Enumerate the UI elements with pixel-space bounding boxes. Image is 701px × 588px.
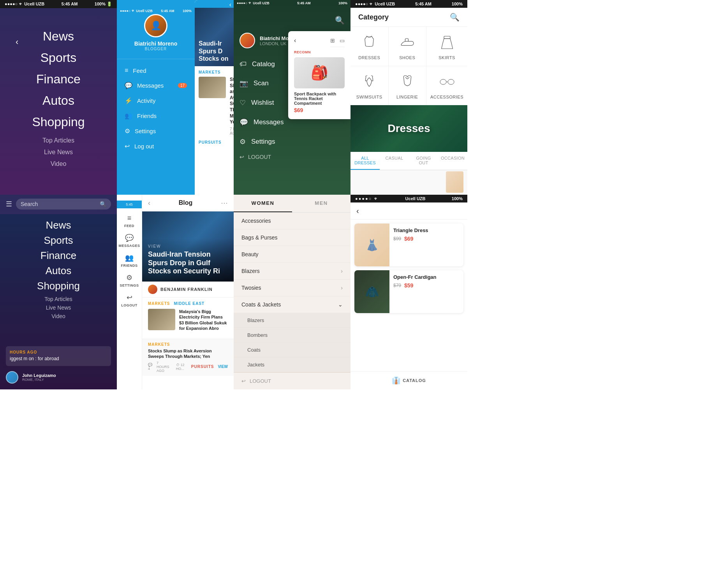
menu-settings-3[interactable]: ⚙ Settings (240, 134, 345, 150)
nav-finance-5[interactable]: Finance (41, 250, 77, 262)
cat-blazers[interactable]: Blazers › (234, 263, 350, 280)
cat-shoes[interactable]: SHOES (389, 27, 426, 66)
sub-live-news-5[interactable]: Live News (46, 305, 71, 311)
status-bar-2: ●●●●○ ᯤ Ucell UZB 5:45 AM 100% (117, 8, 195, 14)
settings-icon: ⚙ (125, 127, 130, 135)
nav-feed[interactable]: ≡ Feed (117, 63, 195, 78)
nav-news-5[interactable]: News (46, 219, 71, 231)
sub-cat-blazers[interactable]: Blazers (234, 313, 350, 328)
nav-settings[interactable]: ⚙ Settings (117, 123, 195, 139)
sub-cat-jackets[interactable]: Jackets (234, 357, 350, 372)
feed-label: Feed (133, 67, 146, 74)
article-title: Stocks Slump as Risk Aversion Sweeps Thr… (230, 77, 234, 125)
nav-sports[interactable]: Sports (41, 51, 76, 65)
status-time-2: 5:45 AM (161, 9, 174, 13)
sub-video-5[interactable]: Video (51, 313, 65, 319)
cat-markets: MARKETS (148, 301, 170, 306)
blog-options-icon[interactable]: ⋯ (221, 199, 228, 207)
nav-sports-5[interactable]: Sports (44, 234, 73, 246)
main-nav-5: News Sports Finance Autos Shopping (8, 219, 109, 292)
status-bar-3: ●●●●○ ᯤ Ucell UZB 5:45 AM 100% (234, 0, 350, 6)
back-button-8[interactable]: ‹ (356, 206, 359, 215)
panel-close-button[interactable]: ‹ (229, 1, 231, 7)
article-item[interactable]: Stocks Slump as Risk Aversion Sweeps Thr… (199, 77, 230, 136)
sub-cat-bombers[interactable]: Bombers (234, 328, 350, 343)
cat-accessories[interactable]: ACCESSORIES (426, 66, 467, 105)
sub-nav-live-news[interactable]: Live News (44, 149, 73, 156)
nav-autos-5[interactable]: Autos (46, 265, 72, 277)
tab-logout-6[interactable]: ↩ LOGOUT (121, 293, 137, 307)
tab-all-dresses[interactable]: ALL DRESSES (350, 152, 380, 170)
content-overlay: News Sports Finance Autos Shopping Top A… (0, 213, 117, 389)
grid-view-icon[interactable]: ⊞ (330, 37, 335, 44)
cat-lingerie[interactable]: LINGERIE (389, 66, 426, 105)
sub-nav-video[interactable]: Video (51, 160, 67, 167)
search-bar[interactable]: Search 🔍 (16, 199, 111, 209)
logout-label-3: LOGOUT (248, 154, 271, 160)
cat-swimsuits[interactable]: SWIMSUITS (350, 66, 388, 105)
article-time: 7 HOURS AG (230, 127, 234, 136)
sub-nav-top-articles[interactable]: Top Articles (42, 137, 74, 144)
bottom-meta-row: 💬 4 7 HOURS AGO ⏱ 12 HO... PURSUITS VIEW (148, 361, 228, 373)
cat-accessories-7[interactable]: Accessories (234, 213, 350, 229)
cat-coats-jackets[interactable]: Coats & Jackets ⌄ (234, 296, 350, 313)
back-button[interactable]: ‹ (16, 37, 18, 47)
nav-activity[interactable]: ⚡ Activity (117, 93, 195, 108)
cat-dresses[interactable]: DRESSES (350, 27, 388, 66)
nav-finance[interactable]: Finance (36, 72, 81, 86)
product-preview (350, 170, 467, 194)
logout-row[interactable]: ↩ LOGOUT (234, 372, 350, 389)
svg-rect-0 (444, 36, 450, 39)
status-carrier-8: Ucell UZB (405, 196, 426, 201)
sub-cat-name-jackets: Jackets (247, 362, 264, 368)
cat-twosies[interactable]: Twosies › (234, 280, 350, 296)
blog-back-button[interactable]: ‹ (148, 199, 150, 207)
product-back-icon[interactable]: ‹ (294, 37, 296, 44)
search-icon[interactable]: 🔍 (335, 16, 345, 25)
tab-occasion[interactable]: OCCASION (438, 152, 467, 170)
product-card-triangle-dress[interactable]: 👗 Triangle Dress $99 $69 (354, 224, 463, 266)
cat-skirts[interactable]: SKIRTS (426, 27, 467, 66)
sidebar: ●●●●○ ᯤ Ucell UZB 5:45 AM 100% 👤 Biatric… (117, 0, 195, 195)
hero-label: Dresses (388, 122, 430, 135)
article-row[interactable]: Malaysia's Bigg Electricity Firm Plans $… (148, 309, 228, 331)
sub-top-articles-5[interactable]: Top Articles (44, 296, 72, 302)
status-time-4: 5:45 AM (415, 2, 432, 6)
activity-icon: ⚡ (125, 97, 132, 104)
nav-shopping[interactable]: Shopping (32, 115, 85, 129)
cat-name-bags: Bags & Purses (241, 234, 343, 241)
hero-title: Saudi-Ir Spurs D Stocks on (199, 40, 230, 62)
hamburger-icon[interactable]: ☰ (6, 200, 12, 208)
nav-messages[interactable]: 💬 Messages 17 (117, 78, 195, 93)
logout-icon-7: ↩ (241, 378, 246, 384)
messages-label-3: Messages (254, 118, 284, 126)
list-view-icon[interactable]: ▭ (340, 37, 345, 44)
view-link[interactable]: VIEW (218, 364, 228, 369)
store-search-button[interactable]: 🔍 (450, 12, 460, 22)
price-row-cardigan: $79 $59 (393, 282, 460, 289)
tab-men[interactable]: MEN (292, 195, 350, 212)
tab-messages-6[interactable]: 💬 MESSAGES (118, 234, 140, 248)
cat-beauty[interactable]: Beauty (234, 246, 350, 263)
nav-shopping-5[interactable]: Shopping (37, 280, 80, 292)
tab-feed[interactable]: ≡ FEED (124, 214, 134, 228)
tab-settings-6[interactable]: ⚙ SETTINGS (120, 273, 139, 287)
nav-autos[interactable]: Autos (42, 93, 74, 108)
nav-logout[interactable]: ↩ Log out (117, 139, 195, 154)
bottom-article: MARKETS Stocks Slump as Risk Aversion Sw… (142, 339, 234, 376)
sub-cat-coats[interactable]: Coats (234, 343, 350, 357)
product-card-cardigan[interactable]: 🧥 Open-Fr Cardigan $79 $59 (354, 270, 463, 313)
nav-news[interactable]: News (43, 29, 74, 44)
old-price-dress: $99 (393, 236, 401, 241)
logout-button[interactable]: ↩ LOGOUT (240, 150, 345, 164)
tab-going-out[interactable]: GOING OUT (409, 152, 438, 170)
blog-header: ‹ Blog ⋯ (142, 195, 234, 211)
tab-friends-6[interactable]: 👥 FRIENDS (121, 254, 137, 268)
nav-friends[interactable]: 👥 Friends (117, 108, 195, 123)
tab-women[interactable]: WOMEN (234, 195, 292, 212)
cat-bags[interactable]: Bags & Purses (234, 229, 350, 246)
tab-casual[interactable]: CASUAL (380, 152, 409, 170)
search-icon-2[interactable]: 🔍 (100, 201, 106, 207)
cell-mobile-news: ☰ Search 🔍 News Sports Finance Autos Sho… (0, 195, 117, 389)
svg-point-2 (448, 79, 454, 85)
